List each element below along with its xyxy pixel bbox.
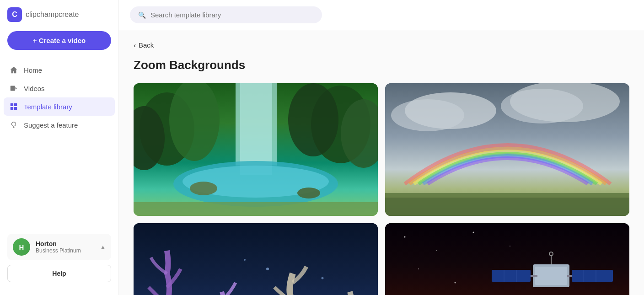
svg-rect-47 [531, 275, 537, 277]
svg-rect-40 [535, 267, 567, 285]
sidebar: C clipchampcreate + Create a video Home … [0, 0, 119, 295]
svg-rect-0 [11, 86, 15, 91]
svg-point-35 [473, 232, 474, 233]
nav-items: Home Videos Template library Suggest a f… [0, 61, 118, 228]
svg-point-19 [297, 188, 320, 198]
svg-point-37 [418, 268, 419, 269]
svg-point-6 [12, 122, 16, 126]
templates-grid [134, 83, 629, 295]
svg-point-31 [322, 277, 324, 279]
search-box[interactable]: 🔍 [130, 6, 322, 23]
sidebar-item-home[interactable]: Home [4, 61, 115, 79]
search-icon: 🔍 [138, 11, 146, 19]
svg-point-13 [288, 83, 338, 156]
suggest-icon [9, 120, 18, 129]
svg-rect-41 [492, 270, 531, 282]
svg-rect-32 [385, 223, 629, 295]
page-title: Zoom Backgrounds [134, 58, 629, 72]
svg-rect-15 [240, 83, 272, 175]
svg-point-18 [190, 182, 217, 195]
main-area: 🔍 ‹ Back Zoom Backgrounds [119, 0, 644, 295]
svg-marker-1 [16, 87, 17, 89]
sidebar-bottom: H Horton Business Platinum ▲ Help [0, 228, 118, 288]
user-plan: Business Platinum [36, 247, 95, 254]
svg-rect-3 [14, 103, 17, 106]
svg-point-29 [266, 268, 269, 270]
create-video-button[interactable]: + Create a video [7, 31, 111, 50]
top-bar: 🔍 [119, 0, 644, 30]
back-button[interactable]: ‹ Back [134, 41, 154, 49]
svg-rect-4 [11, 107, 13, 110]
svg-rect-44 [572, 270, 613, 282]
svg-rect-2 [11, 103, 13, 106]
home-icon [9, 65, 18, 75]
svg-rect-27 [385, 198, 629, 216]
sidebar-item-videos[interactable]: Videos [4, 79, 115, 97]
sidebar-item-template-library[interactable]: Template library [4, 97, 115, 116]
svg-point-36 [510, 246, 510, 247]
template-card-space-satellite[interactable] [385, 223, 629, 295]
svg-point-23 [391, 99, 464, 131]
svg-rect-5 [14, 107, 17, 110]
template-card-underwater[interactable] [134, 223, 378, 295]
user-card[interactable]: H Horton Business Platinum ▲ [7, 234, 111, 260]
svg-point-25 [501, 89, 583, 123]
user-info: Horton Business Platinum [36, 240, 95, 254]
chevron-up-icon: ▲ [100, 244, 106, 250]
sidebar-item-suggest-feature-label: Suggest a feature [24, 121, 78, 129]
logo-area: C clipchampcreate [0, 7, 118, 31]
svg-rect-48 [567, 275, 572, 277]
app-logo-icon: C [7, 7, 22, 22]
app-logo-text: clipchampcreate [26, 11, 79, 19]
svg-point-38 [455, 282, 456, 284]
back-label: Back [139, 41, 154, 49]
search-input[interactable] [150, 11, 314, 19]
svg-point-30 [244, 259, 246, 261]
sidebar-item-videos-label: Videos [24, 85, 45, 92]
sidebar-item-template-library-label: Template library [24, 103, 72, 111]
help-button[interactable]: Help [7, 265, 111, 282]
sidebar-item-home-label: Home [24, 66, 42, 74]
back-chevron-icon: ‹ [134, 41, 136, 49]
template-card-sky-rainbow[interactable] [385, 83, 629, 216]
content-area: ‹ Back Zoom Backgrounds [119, 30, 644, 295]
svg-point-33 [404, 236, 406, 238]
svg-rect-20 [134, 202, 378, 216]
template-icon [9, 102, 18, 111]
template-card-waterfall[interactable] [134, 83, 378, 216]
svg-point-34 [436, 250, 437, 251]
avatar: H [13, 238, 30, 256]
sidebar-item-suggest-feature[interactable]: Suggest a feature [4, 116, 115, 134]
user-name: Horton [36, 240, 95, 247]
videos-icon [9, 84, 18, 93]
